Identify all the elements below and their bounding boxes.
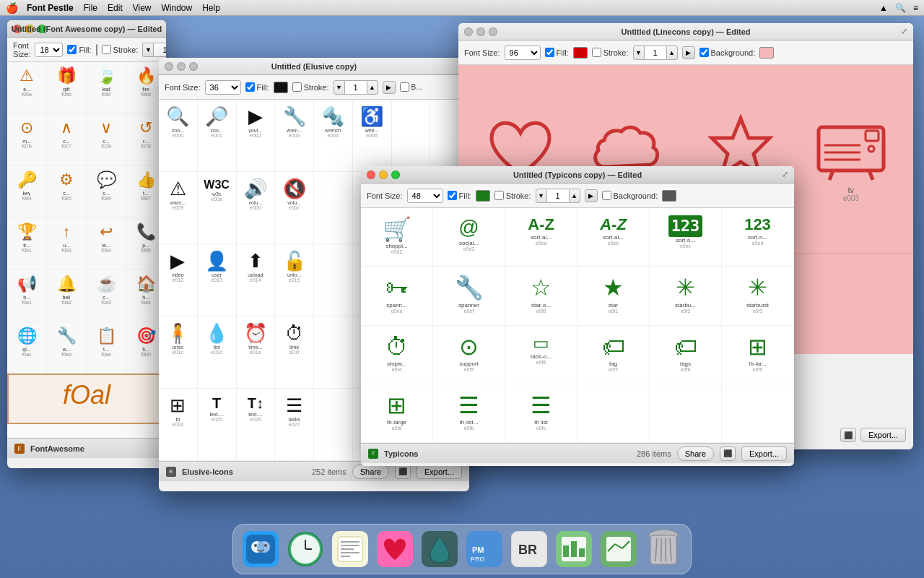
action-button-ty[interactable]: ⬛ [720,447,736,461]
el-vid[interactable]: ▶ video e012 [159,244,198,316]
font-size-select-lc[interactable]: 96 [505,46,541,60]
search-icon[interactable]: 🔍 [895,3,906,13]
font-size-select-el[interactable]: 36 [205,80,241,95]
menu-window[interactable]: Window [162,3,193,13]
fa-icon-m[interactable]: ⊙ m... f076 [7,114,47,166]
stroke-stepper-lc[interactable]: ▼ ▲ [633,46,678,60]
bg-checkbox-ty[interactable]: Background: [602,191,658,200]
stroke-check-el[interactable] [292,82,302,92]
stroke-check-fa[interactable] [102,45,111,54]
close-button-ty[interactable] [367,171,375,179]
close-button-lc[interactable] [464,27,473,36]
fill-check-lc[interactable] [545,48,554,57]
fa-icon-gl[interactable]: 🌐 gl... f0ac [7,322,47,374]
fa-icon-key[interactable]: 🔑 key f084 [7,166,47,218]
bg-color-ty[interactable] [662,190,676,202]
stroke-check-ty[interactable] [494,191,504,200]
export-button-ty[interactable]: Export... [741,447,787,461]
stroke-value-ty[interactable] [547,189,569,203]
stroke-value-lc[interactable] [645,46,666,60]
ty-social[interactable]: @ social... e0d3 [433,208,505,267]
dock-pmpro[interactable]: PM PRO [464,529,505,569]
ty-stopw[interactable]: ⏱ stopw... e0f4 [361,326,433,384]
dock-sm2[interactable] [598,529,639,569]
export-button-el[interactable]: Export... [417,465,462,479]
dock-clock[interactable] [285,529,326,569]
stroke-inc-ty[interactable]: ▲ [569,189,580,203]
fa-icon-le[interactable]: ↩ le... f094 [87,218,126,270]
arrow-btn-ty[interactable]: ▶ [585,189,598,202]
el-warn[interactable]: ⚠ warn... e009 [159,172,198,244]
stroke-dec-el[interactable]: ▼ [334,80,345,95]
stroke-stepper-fa[interactable]: ▼ ▲ [142,43,166,57]
menu-view[interactable]: View [133,3,152,13]
minimize-button-el[interactable] [177,62,186,71]
ty-empty1[interactable] [578,384,650,443]
dock-br[interactable]: BR [509,529,549,569]
el-wh[interactable]: ♿ whe... e006 [353,100,392,172]
fa-icon-w[interactable]: 🔧 w... f0ad [47,322,87,374]
maximize-button-el[interactable] [189,62,198,71]
dock-finder[interactable] [240,529,281,569]
ty-shoppi[interactable]: 🛒 shoppi... e0d2 [361,208,433,267]
bg-check-el[interactable] [400,82,409,92]
maximize-button-lc[interactable] [489,27,497,36]
ty-spann2[interactable]: 🗝 spann... e0ee [361,267,433,325]
fill-checkbox-lc[interactable]: Fill: [545,48,569,57]
el-vol[interactable]: 🔊 volu... e00b [237,172,276,244]
bg-checkbox-lc[interactable]: Background: [699,48,756,57]
stroke-dec-ty[interactable]: ▼ [536,189,547,203]
bg-check-ty[interactable] [602,191,611,200]
el-empty1[interactable] [392,100,431,172]
maximize-btn-lc[interactable]: ⤢ [901,27,907,36]
ty-tags[interactable]: 🏷 tags e0f8 [650,326,722,384]
fa-icon-b[interactable]: 📢 b... f0a1 [7,270,47,322]
fa-icon-c2[interactable]: ∨ c... f078 [87,114,126,166]
ty-thlar1[interactable]: ⊞ th-lar... e0f9 [722,326,794,384]
fill-checkbox-ty[interactable]: Fill: [448,191,471,200]
ty-starbu1[interactable]: ✳ starbu... e0f2 [650,267,722,325]
fa-icon-u[interactable]: ↑ u... f093 [47,218,87,270]
stroke-check-lc[interactable] [592,48,601,57]
close-button-el[interactable] [165,62,173,71]
fa-icon-t2[interactable]: 📋 t... f0ae [87,322,126,374]
ty-tabso[interactable]: ▭ tabs-o... e0f6 [505,326,578,384]
el-time[interactable]: ⏰ time... e01e [237,316,276,389]
fa-icon-tr[interactable]: 🏆 tr... f091 [7,218,47,270]
ty-tag[interactable]: 🏷 tag e0f7 [578,326,650,384]
stroke-value-el[interactable] [345,80,367,95]
stroke-checkbox-ty[interactable]: Stroke: [494,191,531,200]
el-zoo2[interactable]: 🔎 zoo... e001 [198,100,237,172]
ty-empty2[interactable] [650,384,722,443]
stroke-inc-lc[interactable]: ▲ [666,46,678,60]
stroke-checkbox-lc[interactable]: Stroke: [592,48,629,57]
ty-thlist2[interactable]: ☰ th list e0fc [505,384,578,443]
stroke-checkbox-el[interactable]: Stroke: [292,82,329,92]
el-vol2[interactable]: 🔇 volu... e00c [275,172,314,244]
stroke-stepper-el[interactable]: ▼ ▲ [334,80,378,95]
lc-preview-tv[interactable]: tv e003 [796,72,907,246]
apple-menu[interactable]: 🍎 [6,2,18,14]
fa-icon-bell[interactable]: 🔔 bell f0a2 [47,270,87,322]
fa-icon-leaf[interactable]: 🍃 leaf f06c [87,62,126,114]
ty-empty3[interactable] [722,384,794,443]
traffic-lights-ty[interactable] [367,171,400,179]
menu-app-name[interactable]: Font Pestle [27,3,74,13]
minimize-button-ty[interactable] [379,171,388,179]
el-empty3[interactable] [314,172,353,244]
fill-check-el[interactable] [245,82,255,92]
dock-textedit[interactable] [330,529,370,569]
ty-sortn1[interactable]: 123 sort-n... e0ec [650,208,722,267]
fill-color-el[interactable] [274,82,288,93]
fill-color-lc[interactable] [573,47,588,59]
action-button-lc[interactable]: ⬛ [840,428,856,442]
dock-inkwell[interactable] [419,529,460,569]
el-empty11[interactable] [314,316,353,389]
fill-color-fa[interactable] [96,44,97,56]
ty-star[interactable]: ★ star e0f1 [578,267,650,325]
arrow-btn-el[interactable]: ▶ [383,81,396,94]
fa-icon-c4[interactable]: 💬 c... f086 [87,166,126,218]
stroke-dec-fa[interactable]: ▼ [142,43,154,57]
fill-check-ty[interactable] [448,191,457,200]
maximize-btn-ty[interactable]: ⤢ [782,170,788,179]
